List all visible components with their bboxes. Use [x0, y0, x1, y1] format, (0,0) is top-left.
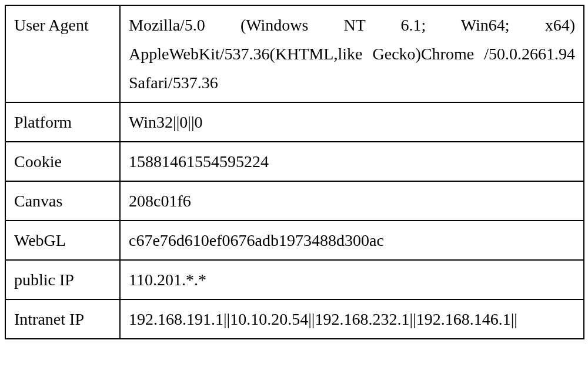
row-key: Canvas: [5, 181, 120, 221]
row-value: 110.201.*.*: [120, 260, 584, 299]
row-value: Mozilla/5.0 (Windows NT 6.1; Win64; x64)…: [120, 5, 584, 102]
table-row: Cookie 15881461554595224: [5, 142, 584, 181]
info-table: User Agent Mozilla/5.0 (Windows NT 6.1; …: [5, 5, 584, 339]
row-value: c67e76d610ef0676adb1973488d300ac: [120, 221, 584, 260]
row-value: Win32||0||0: [120, 102, 584, 142]
table-row: User Agent Mozilla/5.0 (Windows NT 6.1; …: [5, 5, 584, 102]
table-row: Platform Win32||0||0: [5, 102, 584, 142]
table-row: WebGL c67e76d610ef0676adb1973488d300ac: [5, 221, 584, 260]
row-value: 192.168.191.1||10.10.20.54||192.168.232.…: [120, 299, 584, 339]
row-key: Cookie: [5, 142, 120, 181]
row-value: 208c01f6: [120, 181, 584, 221]
row-key: WebGL: [5, 221, 120, 260]
row-key: Intranet IP: [5, 299, 120, 339]
row-key: public IP: [5, 260, 120, 299]
table-row: public IP 110.201.*.*: [5, 260, 584, 299]
row-key: User Agent: [5, 5, 120, 102]
row-value: 15881461554595224: [120, 142, 584, 181]
row-key: Platform: [5, 102, 120, 142]
table-row: Intranet IP 192.168.191.1||10.10.20.54||…: [5, 299, 584, 339]
table-row: Canvas 208c01f6: [5, 181, 584, 221]
